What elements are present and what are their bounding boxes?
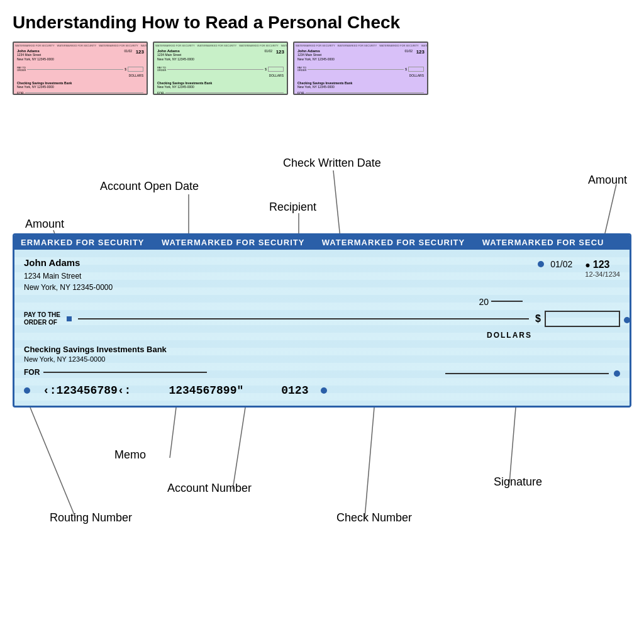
pay-dot	[67, 316, 72, 321]
bank-address: New York, NY 12345-0000	[24, 355, 620, 363]
svg-line-5	[30, 408, 75, 518]
check-name: John Adams	[24, 256, 113, 270]
pay-row: PAY TO THEORDER OF $	[24, 311, 620, 327]
page-title: Understanding How to Read a Personal Che…	[13, 13, 631, 33]
check-fraction: 12-34/1234	[585, 270, 620, 278]
twenty-label: 20	[479, 297, 489, 307]
check-content: John Adams 1234 Main Street New York, NY…	[14, 250, 630, 406]
amount-dot	[624, 317, 630, 323]
annotation-memo: Memo	[114, 448, 146, 462]
svg-line-7	[233, 408, 245, 489]
svg-line-2	[333, 170, 346, 233]
micr-row: ‹:123456789‹: 1234567899″ 0123	[24, 382, 620, 399]
check-thumb-purple: WATERMARKED FOR SECURITY WATERMARKED FOR…	[293, 42, 428, 95]
signature-dot	[614, 370, 620, 377]
check-addr-line2: New York, NY 12345-0000	[24, 282, 113, 293]
large-check-container: ERMARKED FOR SECURITY WATERMARKED FOR SE…	[13, 233, 631, 408]
annotation-check-number: Check Number	[336, 511, 412, 525]
pay-line	[78, 318, 529, 319]
micr-check-num: 0123	[281, 384, 308, 397]
annotation-routing-number: Routing Number	[50, 511, 132, 525]
annotation-account-number: Account Number	[167, 482, 252, 495]
annotation-recipient: Recipient	[269, 201, 316, 214]
annotation-signature: Signature	[494, 475, 542, 489]
dollars-label: DOLLARS	[24, 331, 620, 340]
check-thumbnails: WATERMARKED FOR SECURITY WATERMARKED FOR…	[13, 42, 631, 95]
annotation-amount-left: Amount	[25, 218, 64, 231]
for-line	[43, 372, 207, 373]
for-label: FOR	[24, 368, 40, 377]
svg-line-9	[509, 408, 516, 483]
micr-routing: ‹:123456789‹:	[43, 384, 131, 397]
svg-line-6	[170, 408, 176, 458]
check-row-sig: FOR	[24, 368, 620, 377]
check-addr-line1: 1234 Main Street	[24, 270, 113, 282]
bank-name: Checking Savings Investments Bank	[24, 345, 620, 354]
page: { "title": "Understanding How to Read a …	[0, 0, 644, 558]
check-thumb-green: WATERMARKED FOR SECURITY WATERMARKED FOR…	[153, 42, 288, 95]
annotation-check-written-date: Check Written Date	[283, 157, 381, 170]
check-number: 123	[593, 259, 610, 270]
annotations-above: Amount Account Open Date Check Written D…	[13, 101, 631, 233]
micr-dot-start	[24, 387, 30, 394]
signature-line	[445, 373, 609, 374]
dollar-sign: $	[535, 313, 541, 325]
watermark-bar: ERMARKED FOR SECURITY WATERMARKED FOR SE…	[14, 235, 630, 250]
annotation-account-open-date: Account Open Date	[100, 180, 199, 193]
large-check: ERMARKED FOR SECURITY WATERMARKED FOR SE…	[13, 233, 631, 408]
pay-to-label: PAY TO THEORDER OF	[24, 311, 60, 326]
micr-account: 1234567899″	[169, 384, 243, 397]
date-dot	[538, 261, 544, 267]
svg-line-8	[365, 408, 374, 518]
svg-line-4	[591, 184, 616, 233]
micr-dot-end	[321, 387, 327, 394]
annotations-below: Memo Routing Number Account Number Check…	[13, 408, 631, 552]
annotation-amount-right: Amount	[588, 174, 627, 187]
check-thumb-pink: WATERMARKED FOR SECURITY WATERMARKED FOR…	[13, 42, 148, 95]
check-date: 01/02	[550, 259, 572, 269]
amount-box	[545, 311, 620, 327]
